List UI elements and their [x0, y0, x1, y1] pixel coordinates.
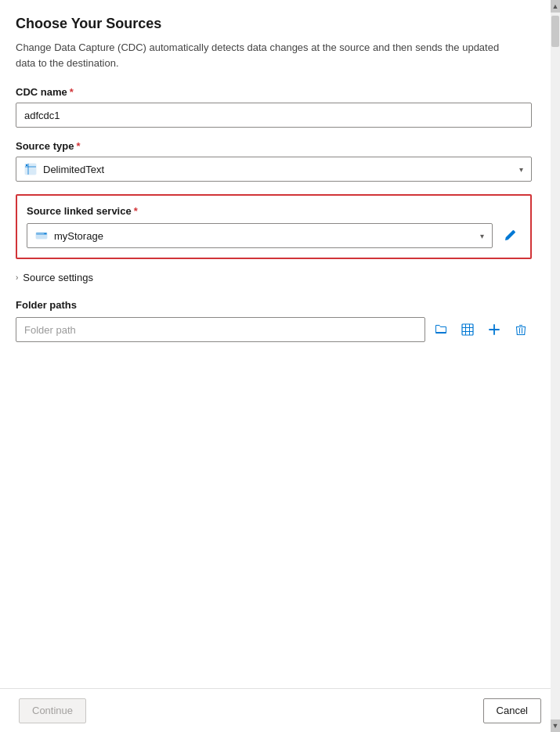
source-type-value: DelimitedText: [43, 164, 104, 175]
trash-icon: [515, 323, 527, 336]
page-description: Change Data Capture (CDC) automatically …: [16, 40, 517, 70]
source-type-section: Source type * DelimitedText ▾: [16, 140, 532, 182]
delete-folder-path-button[interactable]: [510, 319, 532, 341]
plus-icon: [488, 323, 500, 336]
svg-rect-3: [26, 164, 27, 166]
source-settings-chevron-icon: ›: [16, 273, 18, 282]
svg-point-6: [44, 233, 45, 235]
table-icon: [461, 323, 474, 336]
table-view-button[interactable]: [457, 319, 479, 341]
folder-paths-section: Folder paths: [16, 299, 532, 342]
edit-linked-service-button[interactable]: [499, 225, 521, 247]
source-linked-service-section: Source linked service *: [16, 194, 532, 259]
cancel-button[interactable]: Cancel: [483, 698, 541, 723]
folder-paths-label: Folder paths: [16, 299, 532, 311]
footer: Continue Cancel: [0, 688, 560, 732]
folder-browse-icon: [435, 323, 447, 336]
source-type-chevron-icon: ▾: [519, 165, 523, 174]
folder-path-row: [16, 317, 532, 342]
storage-icon: [35, 229, 48, 242]
page-title: Choose Your Sources: [16, 16, 532, 32]
cdc-name-input[interactable]: [16, 103, 532, 128]
svg-rect-8: [462, 324, 473, 335]
folder-path-input[interactable]: [16, 317, 425, 342]
scrollbar-track[interactable]: ▲ ▼: [551, 0, 560, 732]
delimited-text-icon: [24, 163, 37, 175]
cdc-name-section: CDC name *: [16, 86, 532, 128]
scrollbar-thumb[interactable]: [551, 16, 559, 47]
linked-service-value: myStorage: [54, 230, 103, 242]
source-type-required: *: [76, 140, 80, 152]
continue-button[interactable]: Continue: [19, 698, 86, 723]
source-settings-row[interactable]: › Source settings: [16, 272, 532, 283]
cdc-name-required: *: [70, 86, 74, 98]
scrollbar-up-button[interactable]: ▲: [551, 0, 560, 13]
source-type-label: Source type *: [16, 140, 532, 152]
source-linked-service-label: Source linked service *: [27, 205, 521, 217]
source-type-select[interactable]: DelimitedText ▾: [16, 157, 532, 182]
linked-service-chevron-icon: ▾: [480, 232, 484, 240]
main-content: Choose Your Sources Change Data Capture …: [0, 0, 551, 688]
source-settings-label: Source settings: [23, 272, 93, 283]
scrollbar-down-button[interactable]: ▼: [551, 719, 560, 732]
linked-service-row: myStorage ▾: [27, 223, 521, 248]
linked-service-select[interactable]: myStorage ▾: [27, 223, 493, 248]
cdc-name-label: CDC name *: [16, 86, 532, 98]
page-wrapper: ▲ ▼ Choose Your Sources Change Data Capt…: [0, 0, 560, 732]
source-linked-required: *: [134, 205, 138, 217]
browse-folder-button[interactable]: [430, 319, 452, 341]
svg-point-7: [45, 233, 47, 235]
add-folder-path-button[interactable]: [483, 319, 505, 341]
